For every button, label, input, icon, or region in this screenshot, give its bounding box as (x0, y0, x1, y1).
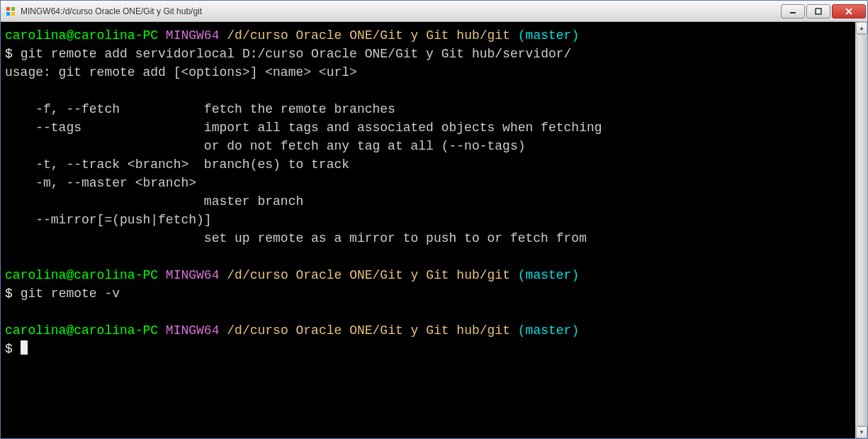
command-1: git remote add servidorlocal D:/curso Or… (21, 47, 572, 61)
prompt-user-host: carolina@carolina-PC (5, 323, 158, 338)
svg-rect-1 (11, 7, 15, 11)
prompt-env: MINGW64 (166, 323, 220, 338)
scroll-track[interactable] (856, 34, 867, 426)
close-button[interactable] (832, 4, 866, 18)
prompt-branch: (master) (518, 28, 579, 43)
minimize-button[interactable] (781, 4, 805, 18)
prompt-sigil: $ (5, 287, 13, 301)
prompt-env: MINGW64 (166, 268, 220, 282)
scroll-up-button[interactable]: ▲ (856, 22, 867, 34)
output-blank (5, 84, 13, 98)
output-opt-tags2: or do not fetch any tag at all (--no-tag… (5, 139, 526, 153)
svg-rect-0 (6, 7, 10, 11)
scroll-down-button[interactable]: ▼ (856, 426, 867, 438)
scrollbar[interactable]: ▲ ▼ (855, 22, 867, 438)
svg-rect-3 (11, 12, 15, 16)
maximize-button[interactable] (806, 4, 830, 18)
prompt-branch: (master) (518, 323, 579, 338)
cursor (21, 340, 28, 355)
terminal-wrapper: carolina@carolina-PC MINGW64 /d/curso Or… (1, 22, 867, 438)
app-window: MINGW64:/d/curso Oracle ONE/Git y Git hu… (0, 0, 868, 439)
output-opt-t: -t, --track <branch> branch(es) to track (5, 157, 349, 172)
prompt-path: /d/curso Oracle ONE/Git y Git hub/git (227, 323, 510, 338)
prompt-branch: (master) (518, 268, 579, 282)
scroll-thumb[interactable] (857, 34, 867, 426)
output-opt-tags1: --tags import all tags and associated ob… (5, 121, 602, 135)
window-controls (779, 4, 866, 18)
prompt-sigil: $ (5, 342, 13, 356)
output-usage: usage: git remote add [<options>] <name>… (5, 65, 357, 79)
prompt-path: /d/curso Oracle ONE/Git y Git hub/git (227, 28, 510, 43)
prompt-path: /d/curso Oracle ONE/Git y Git hub/git (227, 268, 510, 282)
output-opt-m1: -m, --master <branch> (5, 176, 196, 190)
output-opt-f: -f, --fetch fetch the remote branches (5, 102, 395, 116)
prompt-sigil: $ (5, 47, 13, 61)
prompt-user-host: carolina@carolina-PC (5, 28, 158, 43)
titlebar[interactable]: MINGW64:/d/curso Oracle ONE/Git y Git hu… (1, 1, 867, 22)
prompt-env: MINGW64 (166, 28, 220, 43)
terminal[interactable]: carolina@carolina-PC MINGW64 /d/curso Or… (1, 22, 855, 438)
output-opt-mirror1: --mirror[=(push|fetch)] (5, 213, 212, 227)
command-2: git remote -v (21, 287, 120, 301)
window-title: MINGW64:/d/curso Oracle ONE/Git y Git hu… (21, 6, 775, 16)
svg-rect-2 (6, 12, 10, 16)
output-opt-mirror2: set up remote as a mirror to push to or … (5, 231, 587, 245)
output-opt-m2: master branch (5, 194, 303, 209)
svg-rect-5 (816, 9, 821, 14)
prompt-user-host: carolina@carolina-PC (5, 268, 158, 282)
app-icon (5, 6, 16, 17)
